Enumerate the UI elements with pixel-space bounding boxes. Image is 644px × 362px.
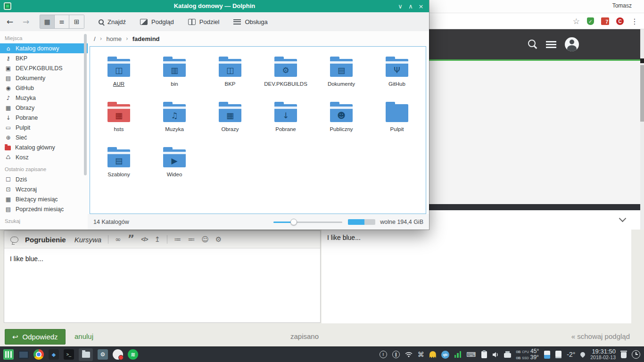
close-button[interactable]: × bbox=[416, 3, 426, 10]
disk-monitor-icon[interactable] bbox=[544, 351, 550, 359]
folder-item[interactable]: ▦Obrazy bbox=[202, 99, 258, 144]
digital-clock[interactable]: 19:31:50 2018-02-13 bbox=[590, 348, 616, 361]
sidebar-item-github[interactable]: ◉GitHub bbox=[0, 83, 88, 93]
folder-item[interactable]: ↓Pobrane bbox=[258, 99, 314, 144]
folder-item[interactable]: ▥bin bbox=[147, 53, 202, 99]
show-desktop-icon[interactable] bbox=[18, 351, 29, 359]
scrollbar-thumb[interactable] bbox=[640, 65, 644, 122]
folder-view[interactable]: ◫AUR ▥bin ◫BKP ⚙DEV.PKGBUILDS ▤Dokumenty… bbox=[90, 46, 426, 214]
breadcrumb-root[interactable]: / bbox=[94, 35, 96, 42]
code-icon[interactable]: </> bbox=[141, 236, 148, 243]
printer-icon[interactable] bbox=[504, 353, 511, 358]
slider-handle[interactable] bbox=[290, 219, 297, 225]
icons-view-button[interactable]: ▦ bbox=[40, 15, 55, 28]
scrollbar-top-button[interactable] bbox=[640, 58, 644, 63]
numbered-list-icon[interactable]: ≕ bbox=[188, 235, 195, 244]
extension-c-icon[interactable]: C bbox=[616, 17, 624, 25]
folder-item[interactable]: Pulpit bbox=[369, 99, 425, 144]
details-view-button[interactable]: ⊞ bbox=[69, 15, 84, 28]
editor-settings-gear-icon[interactable]: ⚙ bbox=[215, 235, 222, 244]
package-manager-icon[interactable]: ⚙ bbox=[98, 349, 108, 360]
pacman-updates-icon[interactable] bbox=[429, 351, 436, 358]
preview-button[interactable]: Podgląd bbox=[140, 18, 174, 25]
sidebar-item-pictures[interactable]: ▦Obrazy bbox=[0, 103, 88, 113]
bullet-list-icon[interactable]: ≔ bbox=[174, 235, 181, 244]
folder-item[interactable]: ☻Publiczny bbox=[314, 99, 369, 144]
chrome-icon[interactable] bbox=[33, 349, 44, 360]
sidebar-item-yesterday[interactable]: ⊡Wczoraj bbox=[0, 184, 88, 194]
system-load-icon[interactable] bbox=[454, 351, 462, 358]
sidebar-item-home[interactable]: ⌂Katalog domowy bbox=[0, 43, 88, 53]
sidebar-item-prev-month[interactable]: ▤Poprzedni miesiąc bbox=[0, 204, 88, 214]
browser-menu-icon[interactable]: ⋮ bbox=[631, 17, 638, 26]
folder-item[interactable]: ◫AUR bbox=[91, 53, 147, 99]
app-icon-dark[interactable]: ◆ bbox=[49, 349, 59, 360]
control-menu-button[interactable]: Obsługa bbox=[233, 18, 267, 25]
smiley-icon[interactable]: ☺ bbox=[201, 235, 209, 244]
system-monitor-widget[interactable]: 0BCPU45° 0BSSD39° bbox=[516, 348, 539, 361]
folder-item[interactable]: ▦hsts bbox=[91, 99, 147, 144]
bold-button[interactable]: Pogrubienie bbox=[25, 236, 66, 244]
notification-app-icon[interactable] bbox=[113, 349, 123, 360]
sidebar-item-downloads[interactable]: ↓Pobrane bbox=[0, 113, 88, 123]
sidebar-item-desktop[interactable]: ▭Pulpit bbox=[0, 123, 88, 132]
folder-item[interactable]: ▶Wideo bbox=[147, 144, 202, 189]
reply-text-input[interactable]: I like blue... bbox=[4, 248, 320, 322]
comment-bubble-icon[interactable] bbox=[10, 237, 18, 243]
hide-preview-link[interactable]: « schowaj podgląd bbox=[571, 332, 630, 340]
avatar[interactable] bbox=[565, 37, 579, 51]
browser-profile-button[interactable]: Tomasz bbox=[612, 2, 632, 9]
folder-item[interactable]: ΨGitHub bbox=[369, 53, 425, 99]
blocker-badge-icon[interactable]: 7 bbox=[601, 17, 609, 25]
breadcrumb-current[interactable]: fademind bbox=[132, 35, 160, 42]
find-button[interactable]: Znajdź bbox=[99, 18, 126, 25]
back-button[interactable]: ← bbox=[4, 17, 16, 26]
split-button[interactable]: Podziel bbox=[188, 18, 220, 25]
notes-icon[interactable] bbox=[555, 351, 561, 358]
reply-button[interactable]: ↩ Odpowiedz bbox=[5, 329, 66, 345]
maximize-button[interactable]: ∧ bbox=[405, 3, 416, 10]
volume-icon[interactable] bbox=[492, 352, 499, 358]
sidebar-item-root[interactable]: Katalog główny bbox=[0, 142, 88, 152]
folder-item[interactable]: ♫Muzyka bbox=[147, 99, 202, 144]
qbittorrent-icon[interactable]: qb bbox=[441, 351, 449, 359]
sidebar-item-music[interactable]: ♪Muzyka bbox=[0, 93, 88, 103]
sidebar-item-trash[interactable]: ♺Kosz bbox=[0, 152, 88, 162]
terminal-launcher-icon[interactable]: >_ bbox=[64, 349, 74, 360]
sidebar-item-network[interactable]: ⊕Sieć bbox=[0, 132, 88, 142]
application-launcher-icon[interactable] bbox=[3, 349, 14, 360]
title-bar[interactable]: Katalog domowy — Dolphin ∨ ∧ × bbox=[0, 0, 429, 12]
zoom-slider[interactable] bbox=[273, 218, 342, 226]
minimize-button[interactable]: ∨ bbox=[395, 3, 405, 10]
kdeconnect-icon[interactable]: ⌘ bbox=[418, 351, 424, 358]
wifi-icon[interactable] bbox=[405, 352, 413, 357]
sidebar-item-bkp[interactable]: ⚷BKP bbox=[0, 53, 88, 63]
folder-item[interactable]: ▤Szablony bbox=[91, 144, 147, 189]
sidebar-item-dev-pkgbuilds[interactable]: ▣DEV.PKGBUILDS bbox=[0, 63, 88, 73]
chevron-down-icon[interactable] bbox=[619, 215, 627, 222]
folder-item[interactable]: ▤Dokumenty bbox=[314, 53, 369, 99]
keyboard-icon[interactable]: ⌨ bbox=[466, 351, 476, 358]
clipboard-icon[interactable] bbox=[481, 351, 487, 358]
folder-item[interactable]: ◫BKP bbox=[202, 53, 258, 99]
folder-item[interactable]: ⚙DEV.PKGBUILDS bbox=[258, 53, 314, 99]
breadcrumb-home[interactable]: home bbox=[106, 35, 122, 42]
hamburger-menu-icon[interactable] bbox=[546, 41, 556, 48]
analog-clock-icon[interactable] bbox=[632, 350, 640, 359]
quote-icon[interactable]: ” bbox=[128, 237, 134, 242]
forward-button[interactable]: → bbox=[20, 17, 32, 26]
sidebar-scrollbar[interactable] bbox=[84, 34, 87, 175]
sidebar-item-documents[interactable]: ▤Dokumenty bbox=[0, 73, 88, 83]
search-icon[interactable] bbox=[528, 40, 536, 47]
adblock-shield-icon[interactable]: ✓ bbox=[587, 17, 594, 25]
spotify-icon[interactable]: ≋ bbox=[128, 349, 138, 360]
notifications-icon[interactable]: ! bbox=[380, 351, 387, 358]
cancel-link[interactable]: anuluj bbox=[74, 332, 93, 340]
media-pause-icon[interactable]: ∥ bbox=[392, 351, 400, 358]
active-task-button[interactable] bbox=[79, 348, 93, 361]
link-icon[interactable]: ∞ bbox=[115, 235, 121, 244]
italic-button[interactable]: Kursywa bbox=[74, 236, 102, 244]
compact-view-button[interactable]: ≡ bbox=[55, 15, 69, 28]
sidebar-item-today[interactable]: ☐Dziś bbox=[0, 174, 88, 184]
trash-widget-icon[interactable] bbox=[621, 352, 627, 358]
